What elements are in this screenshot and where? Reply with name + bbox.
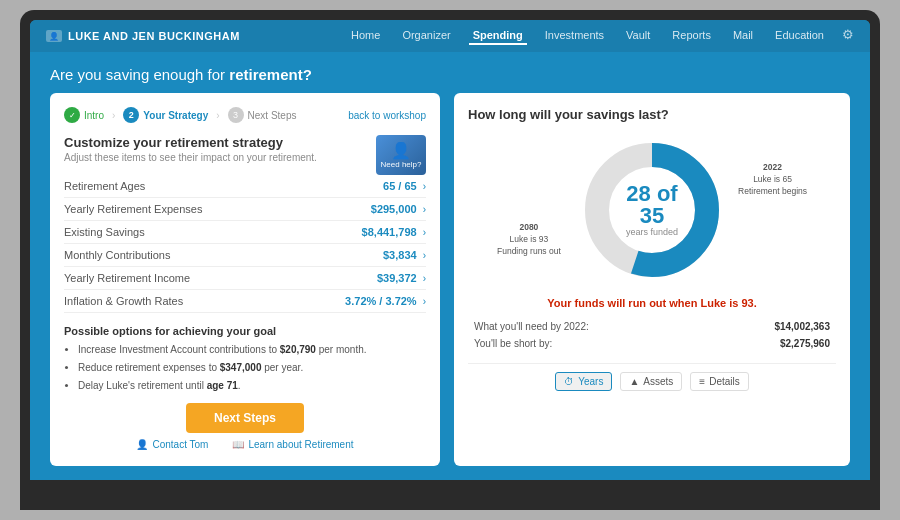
annotation-left-line1: Luke is 93	[497, 234, 561, 246]
chevron-right-icon: ›	[423, 273, 426, 284]
tab-assets-label: Assets	[643, 376, 673, 387]
tab-details-label: Details	[709, 376, 740, 387]
donut-chart: 28 of 35 years funded	[577, 135, 727, 285]
row-value: 3.72% / 3.72%	[345, 295, 417, 307]
annotation-right-line1: Luke is 65	[738, 174, 807, 186]
step2-label: Your Strategy	[143, 110, 208, 121]
chevron-right-icon: ›	[423, 250, 426, 261]
strategy-rows: Retirement Ages 65 / 65 › Yearly Retirem…	[64, 175, 426, 313]
warning-text: Your funds will run out when Luke is 93.	[468, 297, 836, 309]
chevron-right-icon: ›	[423, 181, 426, 192]
panel-title: Customize your retirement strategy	[64, 135, 426, 150]
wizard-step-intro[interactable]: ✓ Intro	[64, 107, 104, 123]
chevron-right-icon: ›	[423, 204, 426, 215]
row-label: Yearly Retirement Income	[64, 272, 377, 284]
page-header: Are you saving enough for retirement?	[50, 66, 850, 83]
annotation-left: 2080 Luke is 93 Funding runs out	[497, 222, 561, 258]
chevron-right-icon: ›	[423, 227, 426, 238]
nav-organizer[interactable]: Organizer	[398, 27, 454, 45]
learn-label: Learn about Retirement	[248, 439, 353, 450]
nav-logo: 👤 LUKE AND JEN BUCKINGHAM	[46, 30, 240, 42]
nav-reports[interactable]: Reports	[668, 27, 715, 45]
donut-label: 28 of 35 years funded	[615, 183, 690, 237]
list-item: Reduce retirement expenses to $347,000 p…	[78, 361, 426, 375]
panel-subtitle: Adjust these items to see their impact o…	[64, 152, 426, 163]
right-panel: How long will your savings last? 2080 Lu…	[454, 93, 850, 466]
row-label: Inflation & Growth Rates	[64, 295, 345, 307]
nav-bar: 👤 LUKE AND JEN BUCKINGHAM Home Organizer…	[30, 20, 870, 52]
wizard-step-next[interactable]: 3 Next Steps	[228, 107, 297, 123]
table-row: What you'll need by 2022: $14,002,363	[470, 319, 834, 334]
row-yearly-expenses[interactable]: Yearly Retirement Expenses $295,000 ›	[64, 198, 426, 221]
annotation-right-line2: Retirement begins	[738, 186, 807, 198]
two-column-layout: ✓ Intro › 2 Your Strategy › 3 Next Steps	[50, 93, 850, 466]
row-monthly-contributions[interactable]: Monthly Contributions $3,834 ›	[64, 244, 426, 267]
step3-indicator: 3	[228, 107, 244, 123]
funds-value: $2,275,960	[710, 336, 834, 351]
row-yearly-income[interactable]: Yearly Retirement Income $39,372 ›	[64, 267, 426, 290]
list-item: Increase Investment Account contribution…	[78, 343, 426, 357]
contact-label: Contact Tom	[152, 439, 208, 450]
help-label: Need help?	[381, 160, 422, 169]
nav-spending[interactable]: Spending	[469, 27, 527, 45]
contact-link[interactable]: 👤 Contact Tom	[136, 439, 208, 450]
nav-vault[interactable]: Vault	[622, 27, 654, 45]
laptop-frame: 👤 LUKE AND JEN BUCKINGHAM Home Organizer…	[20, 10, 880, 510]
table-row: You'll be short by: $2,275,960	[470, 336, 834, 351]
funds-label: What you'll need by 2022:	[470, 319, 708, 334]
options-title: Possible options for achieving your goal	[64, 325, 426, 337]
user-icon: 👤	[46, 30, 62, 42]
clock-icon: ⏱	[564, 376, 574, 387]
learn-link[interactable]: 📖 Learn about Retirement	[232, 439, 353, 450]
chart-area: 2080 Luke is 93 Funding runs out	[468, 132, 836, 287]
back-to-workshop-link[interactable]: back to workshop	[348, 110, 426, 121]
row-value: 65 / 65	[383, 180, 417, 192]
row-inflation[interactable]: Inflation & Growth Rates 3.72% / 3.72% ›	[64, 290, 426, 313]
donut-main-value: 28 of 35	[615, 183, 690, 227]
row-label: Retirement Ages	[64, 180, 383, 192]
funds-value: $14,002,363	[710, 319, 834, 334]
row-value: $8,441,798	[362, 226, 417, 238]
gear-icon[interactable]: ⚙	[842, 27, 854, 45]
row-retirement-ages[interactable]: Retirement Ages 65 / 65 ›	[64, 175, 426, 198]
tab-details[interactable]: ≡ Details	[690, 372, 748, 391]
tab-assets[interactable]: ▲ Assets	[620, 372, 682, 391]
donut-sub-label: years funded	[615, 227, 690, 237]
nav-mail[interactable]: Mail	[729, 27, 757, 45]
contact-icon: 👤	[136, 439, 148, 450]
options-section: Possible options for achieving your goal…	[64, 325, 426, 393]
row-existing-savings[interactable]: Existing Savings $8,441,798 ›	[64, 221, 426, 244]
help-avatar[interactable]: 👤 Need help?	[376, 135, 426, 175]
chart-tabs: ⏱ Years ▲ Assets ≡ Details	[468, 363, 836, 391]
row-value: $295,000	[371, 203, 417, 215]
list-icon: ≡	[699, 376, 705, 387]
row-label: Monthly Contributions	[64, 249, 383, 261]
tab-years-label: Years	[578, 376, 603, 387]
step1-indicator: ✓	[64, 107, 80, 123]
chevron-right-icon: ›	[423, 296, 426, 307]
next-steps-button[interactable]: Next Steps	[186, 403, 304, 433]
nav-investments[interactable]: Investments	[541, 27, 608, 45]
annotation-right: 2022 Luke is 65 Retirement begins	[738, 162, 807, 198]
book-icon: 📖	[232, 439, 244, 450]
right-title: How long will your savings last?	[468, 107, 836, 122]
step-arrow-1: ›	[112, 110, 115, 121]
step3-label: Next Steps	[248, 110, 297, 121]
chart-icon: ▲	[629, 376, 639, 387]
wizard-steps: ✓ Intro › 2 Your Strategy › 3 Next Steps	[64, 107, 426, 123]
main-content: Are you saving enough for retirement? ✓ …	[30, 52, 870, 480]
annotation-right-year: 2022	[738, 162, 807, 174]
tab-years[interactable]: ⏱ Years	[555, 372, 612, 391]
nav-home[interactable]: Home	[347, 27, 384, 45]
nav-education[interactable]: Education	[771, 27, 828, 45]
row-label: Existing Savings	[64, 226, 362, 238]
funds-table: What you'll need by 2022: $14,002,363 Yo…	[468, 317, 836, 353]
funds-label: You'll be short by:	[470, 336, 708, 351]
row-label: Yearly Retirement Expenses	[64, 203, 371, 215]
list-item: Delay Luke's retirement until age 71.	[78, 379, 426, 393]
nav-links: Home Organizer Spending Investments Vaul…	[347, 27, 854, 45]
bottom-links: 👤 Contact Tom 📖 Learn about Retirement	[64, 439, 426, 450]
row-value: $3,834	[383, 249, 417, 261]
wizard-step-strategy[interactable]: 2 Your Strategy	[123, 107, 208, 123]
page-title: Are you saving enough for retirement?	[50, 66, 312, 83]
